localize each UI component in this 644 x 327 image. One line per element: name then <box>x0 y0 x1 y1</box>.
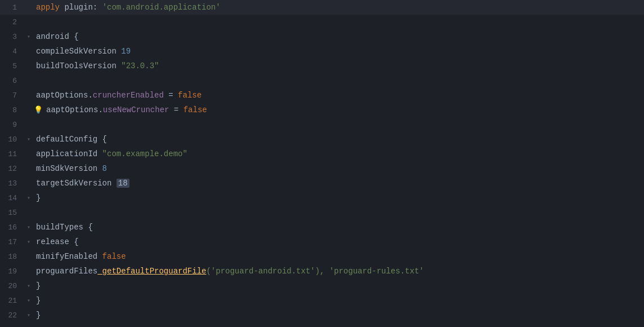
line-content: release { <box>34 237 644 246</box>
line-number: 9 <box>0 121 24 129</box>
line-number: 16 <box>0 223 24 232</box>
code-line: 8💡 aaptOptions.useNewCruncher = false <box>0 103 644 117</box>
fold-gutter[interactable]: ▾ <box>24 297 34 304</box>
line-content: } <box>34 296 644 305</box>
line-number: 7 <box>0 91 24 100</box>
line-number: 20 <box>0 282 24 290</box>
line-number: 1 <box>0 3 24 12</box>
line-number: 11 <box>0 150 24 158</box>
line-content: buildToolsVersion "23.0.3" <box>34 61 644 70</box>
line-number: 10 <box>0 135 24 144</box>
code-line: 10▾ defaultConfig { <box>0 132 644 147</box>
code-line: 20▾ } <box>0 279 644 293</box>
line-content: buildTypes { <box>34 223 644 232</box>
line-number: 17 <box>0 238 24 246</box>
code-line: 11 applicationId "com.example.demo" <box>0 147 644 161</box>
fold-gutter[interactable]: ▾ <box>24 238 34 245</box>
line-content: apply plugin: 'com.android.application' <box>34 3 644 12</box>
line-number: 18 <box>0 253 24 261</box>
fold-gutter[interactable]: ▾ <box>24 312 34 319</box>
code-editor: 1apply plugin: 'com.android.application'… <box>0 0 644 327</box>
line-content: } <box>34 311 644 320</box>
line-content: } <box>34 193 644 202</box>
code-line: 13 targetSdkVersion 18 <box>0 176 644 191</box>
code-line: 17▾ release { <box>0 235 644 249</box>
code-line: 9 <box>0 117 644 132</box>
line-number: 21 <box>0 297 24 305</box>
line-number: 15 <box>0 209 24 217</box>
line-number: 4 <box>0 47 24 56</box>
line-content: android { <box>34 32 644 41</box>
line-number: 14 <box>0 194 24 202</box>
code-line: 19 proguardFiles getDefaultProguardFile(… <box>0 264 644 279</box>
code-line: 15 <box>0 205 644 220</box>
line-content: compileSdkVersion 19 <box>34 47 644 56</box>
line-content: minSdkVersion 8 <box>34 164 644 173</box>
line-number: 19 <box>0 267 24 276</box>
fold-gutter[interactable]: ▾ <box>24 136 34 143</box>
fold-gutter[interactable]: ▾ <box>24 282 34 289</box>
line-number: 6 <box>0 77 24 85</box>
code-line: 1apply plugin: 'com.android.application' <box>0 0 644 15</box>
code-line: 14▾ } <box>0 191 644 205</box>
fold-gutter[interactable]: ▾ <box>24 33 34 40</box>
line-number: 8 <box>0 106 24 114</box>
line-number: 13 <box>0 179 24 188</box>
fold-gutter[interactable]: ▾ <box>24 224 34 231</box>
line-content: aaptOptions.cruncherEnabled = false <box>34 91 644 100</box>
line-content: minifyEnabled false <box>34 252 644 261</box>
line-number: 22 <box>0 311 24 320</box>
code-line: 6 <box>0 73 644 88</box>
code-line: 5 buildToolsVersion "23.0.3" <box>0 59 644 73</box>
fold-gutter[interactable]: ▾ <box>24 195 34 201</box>
code-line: 12 minSdkVersion 8 <box>0 161 644 176</box>
line-content: applicationId "com.example.demo" <box>34 149 644 158</box>
code-line: 3▾android { <box>0 29 644 44</box>
code-line: 2 <box>0 15 644 29</box>
code-line: 21▾ } <box>0 293 644 308</box>
code-line: 7 aaptOptions.cruncherEnabled = false <box>0 88 644 103</box>
line-content: proguardFiles getDefaultProguardFile('pr… <box>34 267 644 276</box>
line-number: 2 <box>0 18 24 26</box>
line-number: 3 <box>0 33 24 41</box>
code-line: 22▾} <box>0 308 644 322</box>
line-content: defaultConfig { <box>34 135 644 144</box>
line-content: targetSdkVersion 18 <box>34 179 644 188</box>
line-content: } <box>34 281 644 290</box>
line-content: aaptOptions.useNewCruncher = false <box>44 105 644 114</box>
bulb-icon[interactable]: 💡 <box>34 105 43 114</box>
code-line: 16▾ buildTypes { <box>0 220 644 235</box>
code-line: 4 compileSdkVersion 19 <box>0 44 644 59</box>
line-number: 5 <box>0 62 24 70</box>
highlighted-number: 18 <box>117 179 129 188</box>
line-number: 12 <box>0 165 24 173</box>
code-line: 18 minifyEnabled false <box>0 249 644 264</box>
